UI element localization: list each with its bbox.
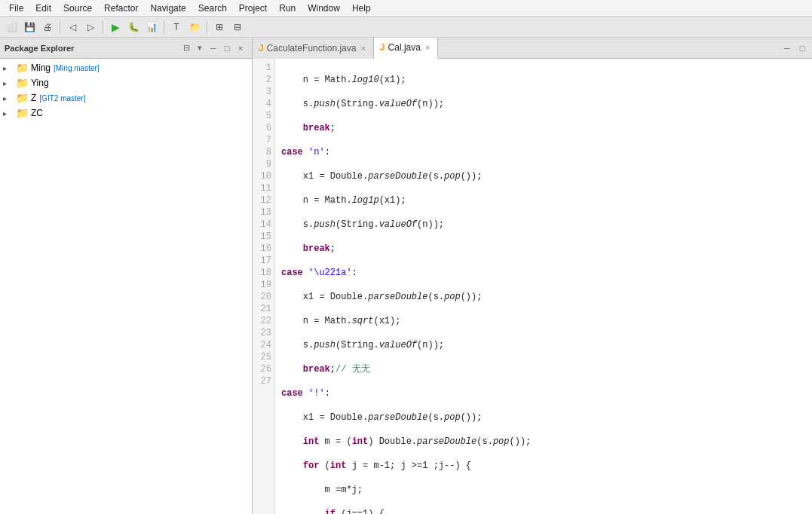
tree-arrow-ming: ▸ xyxy=(3,64,15,72)
menu-source[interactable]: Source xyxy=(57,2,98,15)
editor-area: J CaculateFunction.java × J Cal.java × ─… xyxy=(253,38,812,514)
sidebar-menu-btn[interactable]: ▾ xyxy=(193,41,207,55)
tree-item-ying[interactable]: ▸ 📁 Ying xyxy=(0,75,252,90)
tab-label-cal: Cal.java xyxy=(388,42,421,53)
tree-arrow-zc: ▸ xyxy=(3,109,15,118)
code-editor[interactable]: 1 2 3 4 5 6 7 8 9 10 11 12 13 14 xyxy=(253,59,812,514)
menu-search[interactable]: Search xyxy=(192,2,233,15)
folder-icon-ying: 📁 xyxy=(15,76,29,90)
menu-project[interactable]: Project xyxy=(233,2,273,15)
editor-tabs-right: ─ □ xyxy=(780,41,812,55)
menu-refactor[interactable]: Refactor xyxy=(98,2,144,15)
tree-badge-z: [GIT2 master] xyxy=(39,94,85,102)
debug-button[interactable]: 🐛 xyxy=(125,19,142,35)
sidebar-close-btn[interactable]: × xyxy=(234,41,247,55)
tb-sep-3 xyxy=(164,20,164,34)
tab-close-caculate[interactable]: × xyxy=(359,43,366,54)
tab-cal[interactable]: J Cal.java × xyxy=(374,38,438,59)
run-button[interactable]: ▶ xyxy=(107,19,124,35)
sidebar: Package Explorer ⊟ ▾ ─ □ × ▸ 📁 Ming [Min… xyxy=(0,38,253,514)
tree-arrow-z: ▸ xyxy=(3,94,15,102)
tree-label-z: Z xyxy=(31,93,36,103)
tree-arrow-ying: ▸ xyxy=(3,79,15,87)
main-layout: Package Explorer ⊟ ▾ ─ □ × ▸ 📁 Ming [Min… xyxy=(0,38,812,514)
tab-label-caculate: CaculateFunction.java xyxy=(267,43,357,54)
tree-item-zc[interactable]: ▸ 📁 ZC xyxy=(0,106,252,121)
tab-caculate[interactable]: J CaculateFunction.java × xyxy=(253,38,374,59)
open-type-button[interactable]: T xyxy=(168,19,185,35)
view-button[interactable]: ⊟ xyxy=(229,19,246,35)
code-content: 1 2 3 4 5 6 7 8 9 10 11 12 13 14 xyxy=(253,59,812,514)
tree-label-ying: Ying xyxy=(31,78,49,88)
menu-window[interactable]: Window xyxy=(302,2,346,15)
editor-tabs: J CaculateFunction.java × J Cal.java × ─… xyxy=(253,38,812,59)
print-button[interactable]: 🖨 xyxy=(39,19,56,35)
menu-edit[interactable]: Edit xyxy=(29,2,57,15)
java-icon-caculate: J xyxy=(259,43,264,54)
sidebar-maximize-btn[interactable]: □ xyxy=(220,41,234,55)
sidebar-content: ▸ 📁 Ming [Ming master] ▸ 📁 Ying ▸ 📁 Z [G… xyxy=(0,59,252,514)
java-icon-cal: J xyxy=(380,42,385,53)
tree-label-ming: Ming xyxy=(31,63,51,73)
line-numbers: 1 2 3 4 5 6 7 8 9 10 11 12 13 14 xyxy=(253,59,275,514)
menu-navigate[interactable]: Navigate xyxy=(144,2,192,15)
sidebar-minimize-btn[interactable]: ─ xyxy=(207,41,220,55)
tree-item-z[interactable]: ▸ 📁 Z [GIT2 master] xyxy=(0,90,252,106)
tb-sep-4 xyxy=(207,20,207,34)
tab-close-cal[interactable]: × xyxy=(424,42,431,53)
next-edit-button[interactable]: ▷ xyxy=(82,19,99,35)
folder-icon-ming: 📁 xyxy=(15,61,29,75)
sidebar-collapse-btn[interactable]: ⊟ xyxy=(179,41,193,55)
folder-icon-z: 📁 xyxy=(15,91,29,105)
menu-run[interactable]: Run xyxy=(273,2,302,15)
menu-help[interactable]: Help xyxy=(346,2,377,15)
tree-badge-ming: [Ming master] xyxy=(54,64,100,72)
open-resource-button[interactable]: 📁 xyxy=(186,19,203,35)
tree-item-ming[interactable]: ▸ 📁 Ming [Ming master] xyxy=(0,60,252,75)
sidebar-header: Package Explorer ⊟ ▾ ─ □ × xyxy=(0,38,252,59)
editor-minimize-btn[interactable]: ─ xyxy=(780,41,794,55)
sidebar-title: Package Explorer xyxy=(5,44,179,53)
tb-sep-2 xyxy=(103,20,103,34)
menu-file[interactable]: File xyxy=(3,2,29,15)
tree-label-zc: ZC xyxy=(31,108,43,118)
coverage-button[interactable]: 📊 xyxy=(143,19,160,35)
perspective-button[interactable]: ⊞ xyxy=(211,19,228,35)
editor-maximize-btn[interactable]: □ xyxy=(795,41,809,55)
folder-icon-zc: 📁 xyxy=(15,106,29,120)
new-button[interactable]: ⬜ xyxy=(3,19,20,35)
code-lines[interactable]: n = Math.log10(x1); s.push(String.valueO… xyxy=(275,59,812,514)
prev-edit-button[interactable]: ◁ xyxy=(64,19,81,35)
save-button[interactable]: 💾 xyxy=(21,19,38,35)
menubar: File Edit Source Refactor Navigate Searc… xyxy=(0,0,812,17)
toolbar: ⬜ 💾 🖨 ◁ ▷ ▶ 🐛 📊 T 📁 ⊞ ⊟ xyxy=(0,17,812,38)
tb-sep-1 xyxy=(60,20,60,34)
